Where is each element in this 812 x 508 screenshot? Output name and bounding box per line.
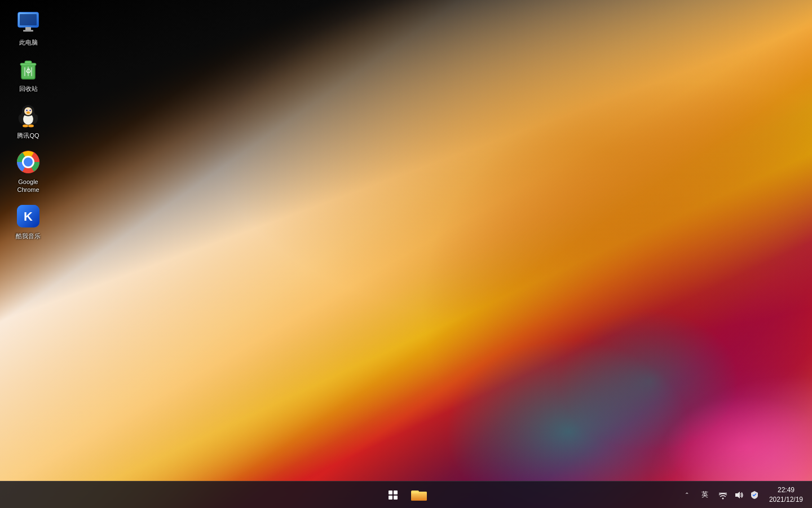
svg-point-12	[24, 107, 32, 115]
svg-rect-7	[25, 61, 32, 64]
clock-time: 22:49	[778, 485, 795, 495]
recycle-bin-label: 回收站	[19, 85, 38, 93]
svg-rect-30	[411, 491, 419, 493]
show-hidden-icons-button[interactable]: ⌃	[681, 489, 692, 501]
my-computer-icon	[15, 9, 42, 36]
chrome-icon	[15, 148, 42, 176]
shield-icon	[750, 491, 759, 500]
language-label: 英	[699, 489, 710, 501]
windows-logo-icon	[389, 491, 398, 500]
desktop-icon-kuwo[interactable]: K 酷我音乐	[6, 199, 51, 243]
network-icon-button[interactable]	[717, 489, 729, 501]
desktop-icon-recycle-bin[interactable]: ♻ 回收站	[6, 52, 51, 96]
language-indicator[interactable]: 英	[697, 489, 713, 501]
recycle-bin-icon: ♻	[15, 55, 42, 82]
my-computer-label: 此电脑	[19, 38, 38, 46]
svg-marker-33	[735, 492, 740, 498]
desktop-wallpaper	[0, 0, 812, 508]
security-icon-button[interactable]	[749, 489, 760, 501]
system-clock[interactable]: 22:49 2021/12/19	[765, 484, 807, 506]
svg-point-18	[23, 124, 28, 127]
network-icon	[718, 491, 727, 500]
chevron-icon: ⌃	[685, 492, 689, 498]
taskbar-file-explorer-button[interactable]	[407, 483, 431, 507]
svg-point-17	[27, 111, 30, 113]
svg-text:K: K	[24, 209, 33, 224]
volume-icon-button[interactable]	[733, 489, 744, 501]
qq-label: 腾讯QQ	[17, 132, 39, 139]
taskbar-center	[381, 481, 431, 509]
kuwo-icon: K	[15, 203, 42, 230]
svg-rect-3	[25, 27, 31, 30]
clock-date: 2021/12/19	[769, 495, 803, 505]
desktop-icon-my-computer[interactable]: 此电脑	[6, 6, 51, 50]
svg-text:♻: ♻	[25, 67, 32, 75]
svg-point-24	[24, 157, 33, 167]
taskbar: ⌃ 英	[0, 481, 812, 508]
taskbar-right: ⌃ 英	[681, 481, 812, 508]
desktop-icons-area: 此电脑 ♻ 回收站	[0, 0, 56, 249]
volume-icon	[734, 491, 743, 500]
desktop-icon-chrome[interactable]: Google Chrome	[6, 145, 51, 198]
desktop-icon-qq[interactable]: 腾讯QQ	[6, 99, 51, 143]
svg-point-19	[28, 124, 34, 127]
svg-point-16	[29, 110, 30, 111]
chrome-label: Google Chrome	[8, 178, 48, 194]
svg-rect-4	[23, 30, 33, 32]
start-button[interactable]	[381, 481, 405, 509]
file-explorer-icon	[411, 488, 427, 502]
desktop: 此电脑 ♻ 回收站	[0, 0, 812, 508]
qq-icon	[15, 102, 42, 129]
kuwo-label: 酷我音乐	[16, 232, 41, 240]
svg-rect-2	[20, 14, 37, 25]
svg-point-32	[722, 497, 723, 499]
svg-point-15	[26, 110, 27, 111]
